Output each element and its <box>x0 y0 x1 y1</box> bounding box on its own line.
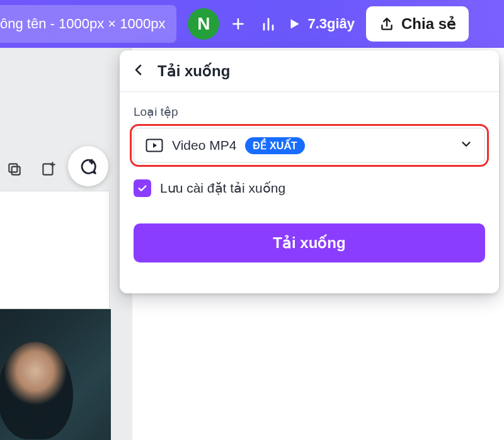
canvas-page-image[interactable] <box>0 309 111 440</box>
add-page-button[interactable] <box>40 161 57 180</box>
new-page-icon <box>40 161 57 178</box>
play-icon <box>286 16 302 32</box>
share-button[interactable]: Chia sẻ <box>366 6 469 42</box>
avatar[interactable]: N <box>188 8 219 40</box>
play-preview-button[interactable]: 7.3giây <box>286 16 355 32</box>
download-panel: Tải xuống Loại tệp Video MP4 ĐỀ XUẤT Lưu… <box>120 50 499 293</box>
toolbar <box>6 161 57 180</box>
check-icon <box>137 183 148 194</box>
file-type-selected: Video MP4 <box>172 138 236 153</box>
download-button[interactable]: Tải xuống <box>134 223 485 262</box>
download-panel-header: Tải xuống <box>120 50 499 92</box>
bar-chart-icon <box>260 15 277 33</box>
save-settings-label: Lưu cài đặt tải xuống <box>160 181 285 196</box>
play-duration-text: 7.3giây <box>307 16 355 32</box>
svg-rect-1 <box>9 164 17 172</box>
app-header: ông tên - 1000px × 1000px N 7.3giây Chia… <box>0 0 504 48</box>
download-panel-body: Loại tệp Video MP4 ĐỀ XUẤT Lưu cài đặt t… <box>120 92 499 279</box>
document-title-text: ông tên - 1000px × 1000px <box>0 16 165 32</box>
duplicate-button[interactable] <box>6 161 23 180</box>
upload-icon <box>379 16 395 32</box>
back-button[interactable] <box>131 62 146 80</box>
magic-comment-button[interactable] <box>68 146 108 186</box>
chevron-left-icon <box>131 62 146 77</box>
analytics-button[interactable] <box>253 9 284 39</box>
download-panel-title: Tải xuống <box>158 62 230 80</box>
svg-rect-0 <box>12 167 20 175</box>
document-title[interactable]: ông tên - 1000px × 1000px <box>0 5 176 43</box>
download-button-label: Tải xuống <box>273 234 345 251</box>
sparkle-comment-icon <box>77 155 99 177</box>
chevron-down-icon <box>459 137 473 154</box>
canvas-page-blank[interactable] <box>0 191 110 309</box>
video-file-icon <box>146 138 163 152</box>
save-settings-row[interactable]: Lưu cài đặt tải xuống <box>134 179 485 197</box>
svg-rect-2 <box>43 164 52 174</box>
file-type-label: Loại tệp <box>134 104 485 119</box>
save-settings-checkbox[interactable] <box>134 179 151 197</box>
plus-icon <box>230 16 246 32</box>
avatar-letter: N <box>197 14 210 34</box>
file-type-select[interactable]: Video MP4 ĐỀ XUẤT <box>134 128 485 163</box>
copy-icon <box>6 161 23 178</box>
share-label: Chia sẻ <box>401 15 456 33</box>
editor-surface <box>0 48 132 440</box>
add-button[interactable] <box>223 9 253 39</box>
recommended-badge: ĐỀ XUẤT <box>245 137 304 154</box>
